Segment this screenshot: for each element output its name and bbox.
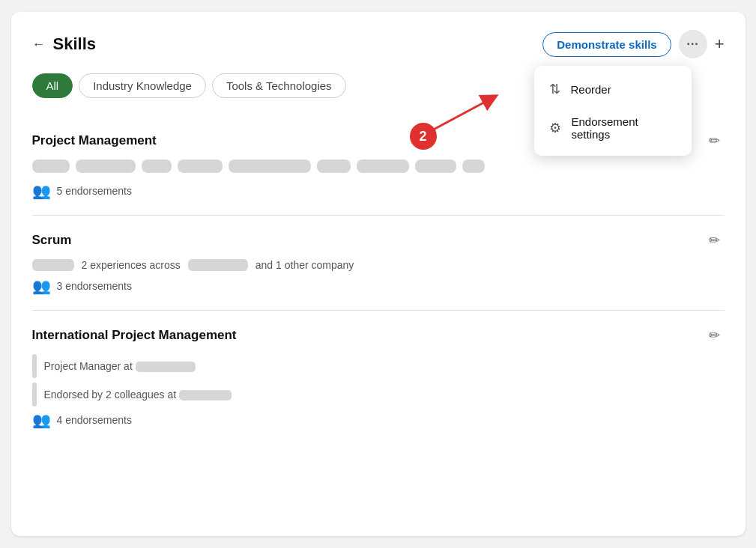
header-right: Demonstrate skills ··· + ⇅ Reorder ⚙ End… [542,30,724,58]
gear-icon: ⚙ [549,120,561,136]
blurred-tag [415,159,456,173]
endorsed-text: Endorsed by 2 colleagues at [44,389,232,401]
edit-international-pm-button[interactable]: ✏ [704,326,725,345]
page-title: Skills [53,34,96,54]
endorsement-icon: 👥 [32,182,51,200]
skill-name: Project Management [32,133,157,148]
edit-scrum-button[interactable]: ✏ [704,231,725,250]
endorsement-row: 👥 4 endorsements [32,411,725,429]
blurred-company-name [188,259,248,271]
skill-name: Scrum [32,233,72,248]
skill-block-international-pm: International Project Management ✏ Proje… [32,311,725,444]
blurred-tag [357,159,409,173]
blurred-tag [317,159,351,173]
skill-name: International Project Management [32,328,237,343]
blurred-tag [229,159,311,173]
tab-all[interactable]: All [32,73,73,98]
endorsement-count: 3 endorsements [57,280,132,292]
blurred-tags-project-management [32,159,725,173]
blurred-tag [142,159,172,173]
back-button[interactable]: ← [32,37,46,52]
blurred-tag [462,159,485,173]
more-icon: ··· [686,37,698,51]
skill-header: Scrum ✏ [32,231,725,250]
blurred-company2 [179,390,232,401]
endorsement-count: 5 endorsements [57,185,132,197]
reorder-icon: ⇅ [549,81,560,97]
tab-industry-knowledge[interactable]: Industry Knowledge [79,73,206,98]
edit-project-management-button[interactable]: ✏ [704,131,725,150]
endorsement-row: 👥 5 endorsements [32,182,725,200]
header-left: ← Skills [32,34,96,54]
endorsement-row: 👥 3 endorsements [32,277,725,295]
scrum-experience-row: 2 experiences across and 1 other company [32,259,725,271]
exp-text-after: and 1 other company [255,259,354,271]
pencil-icon: ✏ [709,233,720,248]
endorsed-detail: Endorsed by 2 colleagues at [32,383,725,407]
detail-bar [32,354,37,378]
blurred-company [136,362,196,372]
skills-card: ← Skills Demonstrate skills ··· + ⇅ Reor… [11,12,746,536]
pencil-icon: ✏ [709,328,720,343]
blurred-tag [76,159,136,173]
blurred-company-bar [32,259,74,271]
endorsement-settings-label: Endorsement settings [572,115,677,141]
demonstrate-skills-button[interactable]: Demonstrate skills [542,32,671,57]
dropdown-menu: ⇅ Reorder ⚙ Endorsement settings [534,66,692,156]
blurred-tag [178,159,223,173]
page-header: ← Skills Demonstrate skills ··· + ⇅ Reor… [32,30,725,58]
tab-tools-technologies[interactable]: Tools & Technologies [212,73,346,98]
reorder-menu-item[interactable]: ⇅ Reorder [534,72,692,106]
project-manager-detail: Project Manager at [32,354,725,378]
endorsement-icon: 👥 [32,277,51,295]
blurred-tag [32,159,70,173]
pencil-icon: ✏ [709,133,720,148]
endorsement-count: 4 endorsements [57,414,132,426]
endorsement-settings-menu-item[interactable]: ⚙ Endorsement settings [534,106,692,150]
add-skill-button[interactable]: + [715,34,725,54]
endorsement-icon: 👥 [32,411,51,429]
detail-bar [32,383,37,407]
skill-header: International Project Management ✏ [32,326,725,345]
skill-block-scrum: Scrum ✏ 2 experiences across and 1 other… [32,216,725,311]
exp-text-before: 2 experiences across [82,259,181,271]
reorder-label: Reorder [571,83,611,96]
project-manager-text: Project Manager at [44,360,196,372]
more-options-button[interactable]: ··· [679,30,707,58]
